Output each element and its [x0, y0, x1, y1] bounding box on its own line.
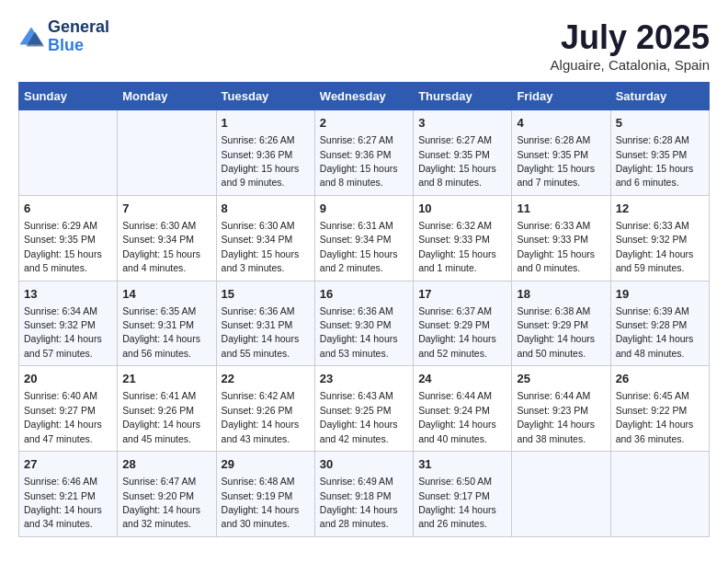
- day-number: 10: [418, 201, 506, 217]
- logo-general: General: [48, 18, 109, 37]
- day-info: Sunrise: 6:42 AM Sunset: 9:26 PM Dayligh…: [222, 390, 300, 443]
- day-cell: 7Sunrise: 6:30 AM Sunset: 9:34 PM Daylig…: [118, 195, 216, 281]
- day-cell: [19, 110, 118, 196]
- day-cell: 24Sunrise: 6:44 AM Sunset: 9:24 PM Dayli…: [414, 366, 512, 452]
- day-cell: 9Sunrise: 6:31 AM Sunset: 9:34 PM Daylig…: [314, 195, 413, 281]
- day-cell: 8Sunrise: 6:30 AM Sunset: 9:34 PM Daylig…: [216, 195, 314, 281]
- week-row-1: 1Sunrise: 6:26 AM Sunset: 9:36 PM Daylig…: [19, 110, 710, 196]
- day-info: Sunrise: 6:35 AM Sunset: 9:31 PM Dayligh…: [122, 305, 200, 359]
- day-number: 17: [418, 286, 506, 303]
- day-info: Sunrise: 6:28 AM Sunset: 9:35 PM Dayligh…: [616, 134, 694, 188]
- day-cell: [512, 452, 610, 537]
- day-cell: 11Sunrise: 6:33 AM Sunset: 9:33 PM Dayli…: [512, 195, 610, 281]
- day-number: 25: [517, 371, 605, 387]
- day-number: 8: [222, 201, 310, 217]
- day-info: Sunrise: 6:43 AM Sunset: 9:25 PM Dayligh…: [320, 390, 398, 443]
- day-number: 13: [24, 286, 112, 303]
- day-number: 28: [122, 456, 210, 473]
- day-number: 2: [320, 115, 408, 132]
- day-info: Sunrise: 6:28 AM Sunset: 9:35 PM Dayligh…: [517, 134, 595, 188]
- week-row-5: 27Sunrise: 6:46 AM Sunset: 9:21 PM Dayli…: [19, 452, 710, 537]
- page-header: General Blue July 2025 Alguaire, Catalon…: [18, 18, 710, 73]
- day-info: Sunrise: 6:38 AM Sunset: 9:29 PM Dayligh…: [517, 305, 595, 359]
- day-info: Sunrise: 6:32 AM Sunset: 9:33 PM Dayligh…: [418, 220, 496, 273]
- day-info: Sunrise: 6:47 AM Sunset: 9:20 PM Dayligh…: [122, 476, 200, 529]
- logo-blue: Blue: [48, 37, 109, 55]
- day-cell: 17Sunrise: 6:37 AM Sunset: 9:29 PM Dayli…: [414, 281, 512, 366]
- day-info: Sunrise: 6:48 AM Sunset: 9:19 PM Dayligh…: [222, 476, 300, 529]
- logo-text: General Blue: [48, 18, 109, 55]
- day-cell: 29Sunrise: 6:48 AM Sunset: 9:19 PM Dayli…: [216, 452, 314, 537]
- day-info: Sunrise: 6:36 AM Sunset: 9:31 PM Dayligh…: [222, 305, 300, 359]
- header-cell-friday: Friday: [512, 83, 610, 110]
- day-info: Sunrise: 6:44 AM Sunset: 9:23 PM Dayligh…: [517, 390, 595, 443]
- day-number: 11: [517, 201, 605, 217]
- day-info: Sunrise: 6:50 AM Sunset: 9:17 PM Dayligh…: [418, 476, 496, 529]
- day-info: Sunrise: 6:36 AM Sunset: 9:30 PM Dayligh…: [320, 305, 398, 359]
- day-cell: [610, 452, 709, 537]
- day-number: 30: [320, 456, 408, 473]
- day-cell: 6Sunrise: 6:29 AM Sunset: 9:35 PM Daylig…: [19, 195, 118, 281]
- day-cell: 16Sunrise: 6:36 AM Sunset: 9:30 PM Dayli…: [314, 281, 413, 366]
- day-cell: [118, 110, 216, 196]
- day-cell: 21Sunrise: 6:41 AM Sunset: 9:26 PM Dayli…: [118, 366, 216, 452]
- day-cell: 20Sunrise: 6:40 AM Sunset: 9:27 PM Dayli…: [19, 366, 118, 452]
- day-number: 29: [222, 456, 310, 473]
- day-info: Sunrise: 6:49 AM Sunset: 9:18 PM Dayligh…: [320, 476, 398, 529]
- logo-icon: [18, 24, 44, 50]
- calendar-table: SundayMondayTuesdayWednesdayThursdayFrid…: [18, 82, 710, 537]
- day-info: Sunrise: 6:26 AM Sunset: 9:36 PM Dayligh…: [222, 134, 300, 188]
- calendar-header: SundayMondayTuesdayWednesdayThursdayFrid…: [19, 83, 710, 110]
- calendar-body: 1Sunrise: 6:26 AM Sunset: 9:36 PM Daylig…: [19, 110, 710, 537]
- week-row-2: 6Sunrise: 6:29 AM Sunset: 9:35 PM Daylig…: [19, 195, 710, 281]
- day-cell: 2Sunrise: 6:27 AM Sunset: 9:36 PM Daylig…: [314, 110, 413, 196]
- day-cell: 3Sunrise: 6:27 AM Sunset: 9:35 PM Daylig…: [414, 110, 512, 196]
- day-info: Sunrise: 6:46 AM Sunset: 9:21 PM Dayligh…: [24, 476, 102, 529]
- title-block: July 2025 Alguaire, Catalonia, Spain: [551, 18, 710, 73]
- day-number: 21: [122, 371, 210, 387]
- header-cell-thursday: Thursday: [414, 83, 512, 110]
- day-number: 9: [320, 201, 408, 217]
- day-cell: 5Sunrise: 6:28 AM Sunset: 9:35 PM Daylig…: [610, 110, 709, 196]
- day-number: 18: [517, 286, 605, 303]
- day-number: 7: [122, 201, 210, 217]
- day-cell: 23Sunrise: 6:43 AM Sunset: 9:25 PM Dayli…: [314, 366, 413, 452]
- day-number: 27: [24, 456, 112, 473]
- day-cell: 18Sunrise: 6:38 AM Sunset: 9:29 PM Dayli…: [512, 281, 610, 366]
- day-cell: 25Sunrise: 6:44 AM Sunset: 9:23 PM Dayli…: [512, 366, 610, 452]
- week-row-4: 20Sunrise: 6:40 AM Sunset: 9:27 PM Dayli…: [19, 366, 710, 452]
- day-cell: 4Sunrise: 6:28 AM Sunset: 9:35 PM Daylig…: [512, 110, 610, 196]
- day-cell: 13Sunrise: 6:34 AM Sunset: 9:32 PM Dayli…: [19, 281, 118, 366]
- day-cell: 30Sunrise: 6:49 AM Sunset: 9:18 PM Dayli…: [314, 452, 413, 537]
- header-cell-wednesday: Wednesday: [314, 83, 413, 110]
- day-info: Sunrise: 6:41 AM Sunset: 9:26 PM Dayligh…: [122, 390, 200, 443]
- day-cell: 28Sunrise: 6:47 AM Sunset: 9:20 PM Dayli…: [118, 452, 216, 537]
- day-info: Sunrise: 6:27 AM Sunset: 9:36 PM Dayligh…: [320, 134, 398, 188]
- day-number: 5: [616, 115, 704, 132]
- day-info: Sunrise: 6:33 AM Sunset: 9:32 PM Dayligh…: [616, 220, 694, 273]
- day-cell: 1Sunrise: 6:26 AM Sunset: 9:36 PM Daylig…: [216, 110, 314, 196]
- day-cell: 12Sunrise: 6:33 AM Sunset: 9:32 PM Dayli…: [610, 195, 709, 281]
- day-number: 12: [616, 201, 704, 217]
- day-info: Sunrise: 6:44 AM Sunset: 9:24 PM Dayligh…: [418, 390, 496, 443]
- day-cell: 19Sunrise: 6:39 AM Sunset: 9:28 PM Dayli…: [610, 281, 709, 366]
- day-info: Sunrise: 6:30 AM Sunset: 9:34 PM Dayligh…: [222, 220, 300, 273]
- day-info: Sunrise: 6:30 AM Sunset: 9:34 PM Dayligh…: [122, 220, 200, 273]
- header-cell-tuesday: Tuesday: [216, 83, 314, 110]
- day-number: 20: [24, 371, 112, 387]
- day-cell: 22Sunrise: 6:42 AM Sunset: 9:26 PM Dayli…: [216, 366, 314, 452]
- logo: General Blue: [18, 18, 109, 55]
- day-info: Sunrise: 6:29 AM Sunset: 9:35 PM Dayligh…: [24, 220, 102, 273]
- month-year-title: July 2025: [551, 18, 710, 57]
- day-cell: 10Sunrise: 6:32 AM Sunset: 9:33 PM Dayli…: [414, 195, 512, 281]
- header-row: SundayMondayTuesdayWednesdayThursdayFrid…: [19, 83, 710, 110]
- day-number: 31: [418, 456, 506, 473]
- header-cell-saturday: Saturday: [610, 83, 709, 110]
- day-number: 24: [418, 371, 506, 387]
- day-info: Sunrise: 6:33 AM Sunset: 9:33 PM Dayligh…: [517, 220, 595, 273]
- day-info: Sunrise: 6:27 AM Sunset: 9:35 PM Dayligh…: [418, 134, 496, 188]
- day-info: Sunrise: 6:37 AM Sunset: 9:29 PM Dayligh…: [418, 305, 496, 359]
- day-number: 14: [122, 286, 210, 303]
- day-cell: 14Sunrise: 6:35 AM Sunset: 9:31 PM Dayli…: [118, 281, 216, 366]
- day-number: 16: [320, 286, 408, 303]
